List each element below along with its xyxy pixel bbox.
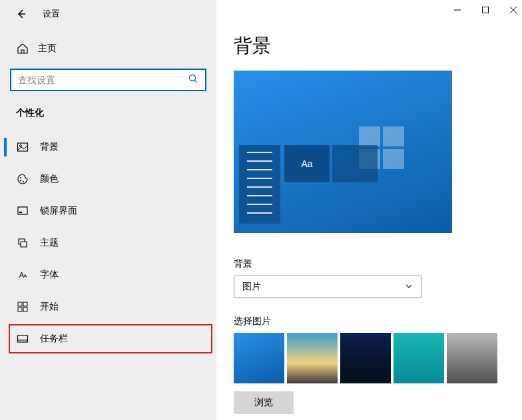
sidebar-item-label: 字体 xyxy=(40,269,59,281)
section-title: 个性化 xyxy=(4,107,207,119)
lockscreen-icon xyxy=(15,204,30,218)
app-title: 设置 xyxy=(43,9,60,20)
highlight-box xyxy=(9,324,212,353)
svg-point-4 xyxy=(20,145,22,147)
image-thumb-2[interactable] xyxy=(287,333,338,383)
taskbar-icon xyxy=(15,331,30,346)
home-icon xyxy=(16,43,29,55)
sidebar-item-fonts[interactable]: AA 字体 xyxy=(4,259,207,291)
svg-point-5 xyxy=(20,177,21,178)
background-icon xyxy=(15,140,30,154)
background-preview: Aa xyxy=(234,71,452,233)
sidebar-item-label: 主题 xyxy=(40,237,59,249)
sidebar-item-label: 锁屏界面 xyxy=(40,205,77,217)
svg-rect-10 xyxy=(18,302,22,306)
close-button[interactable] xyxy=(509,5,518,15)
page-title: 背景 xyxy=(234,33,522,59)
svg-rect-17 xyxy=(483,7,489,13)
maximize-button[interactable] xyxy=(481,5,490,15)
image-thumb-1[interactable] xyxy=(234,333,284,383)
svg-rect-8 xyxy=(18,207,27,214)
svg-line-2 xyxy=(195,81,198,83)
image-thumb-5[interactable] xyxy=(447,333,497,383)
svg-point-1 xyxy=(190,75,196,81)
sidebar-item-background[interactable]: 背景 xyxy=(4,131,207,163)
svg-rect-14 xyxy=(18,335,28,342)
sidebar-item-start[interactable]: 开始 xyxy=(4,291,207,323)
start-icon xyxy=(15,300,30,314)
sidebar-item-lockscreen[interactable]: 锁屏界面 xyxy=(4,195,207,227)
fonts-icon: AA xyxy=(15,268,30,282)
svg-rect-13 xyxy=(23,308,27,312)
themes-icon xyxy=(15,236,30,250)
dropdown-value: 图片 xyxy=(242,281,261,293)
svg-point-6 xyxy=(20,180,21,181)
back-button[interactable] xyxy=(16,9,27,19)
sidebar-item-label: 任务栏 xyxy=(40,333,68,345)
preview-tile-aa: Aa xyxy=(284,145,330,182)
sidebar-item-colors[interactable]: 颜色 xyxy=(4,163,207,195)
sidebar-item-label: 背景 xyxy=(40,141,59,153)
search-input[interactable] xyxy=(10,69,206,91)
search-icon xyxy=(188,73,198,87)
minimize-button[interactable] xyxy=(453,5,462,15)
browse-button[interactable]: 浏览 xyxy=(234,391,294,414)
sidebar-item-label: 颜色 xyxy=(40,173,59,185)
sidebar-item-taskbar[interactable]: 任务栏 xyxy=(4,323,207,355)
svg-point-7 xyxy=(23,181,24,182)
svg-rect-12 xyxy=(18,308,22,312)
bg-label: 背景 xyxy=(234,258,522,270)
search-field[interactable] xyxy=(18,75,188,85)
home-label: 主页 xyxy=(38,43,57,55)
choose-label: 选择图片 xyxy=(234,315,522,327)
sidebar-home[interactable]: 主页 xyxy=(4,37,207,61)
image-thumb-4[interactable] xyxy=(393,333,444,383)
sidebar-item-themes[interactable]: 主题 xyxy=(4,227,207,259)
chevron-down-icon xyxy=(405,282,413,292)
svg-rect-9 xyxy=(19,212,22,213)
colors-icon xyxy=(15,172,30,186)
image-thumb-3[interactable] xyxy=(340,333,391,383)
sidebar-item-label: 开始 xyxy=(40,301,59,313)
background-type-dropdown[interactable]: 图片 xyxy=(234,276,421,298)
svg-rect-11 xyxy=(23,302,27,306)
